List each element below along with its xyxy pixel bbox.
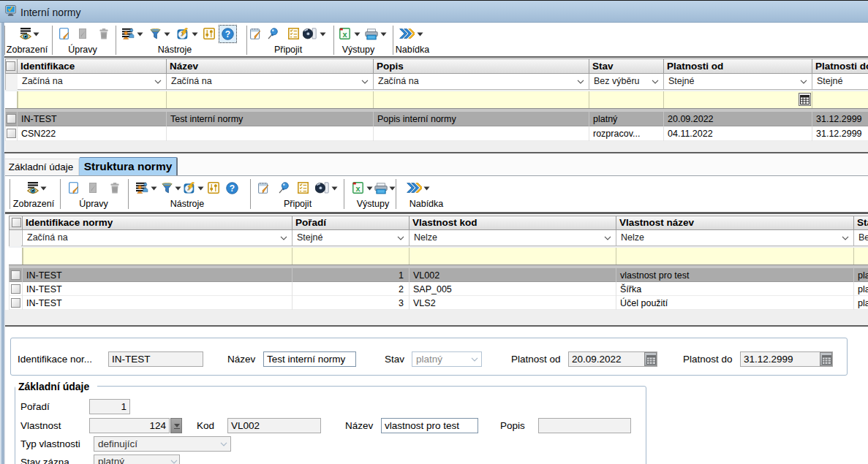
svg-text:x: x: [343, 30, 348, 39]
svg-text:x: x: [356, 184, 361, 193]
svg-text:?: ?: [230, 183, 235, 194]
svg-text:?: ?: [225, 29, 230, 39]
